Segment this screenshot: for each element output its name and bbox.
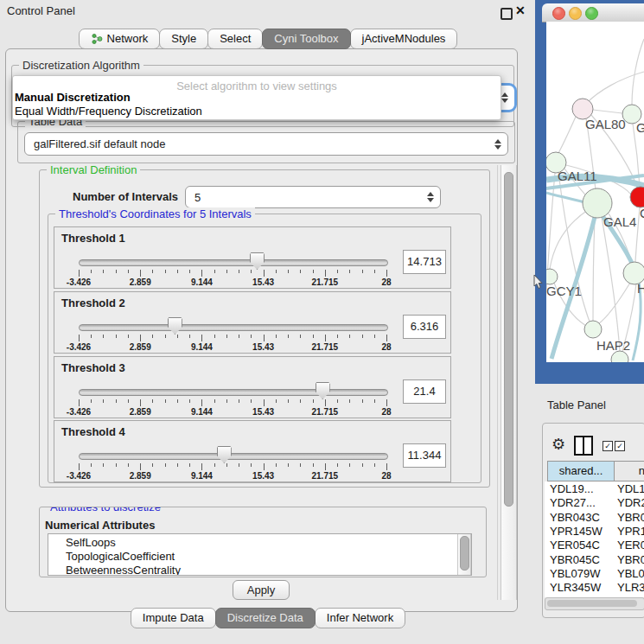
slider-track[interactable] [79, 324, 388, 331]
tick-label: 2.859 [130, 342, 151, 352]
gear-icon[interactable]: ⚙ [552, 435, 565, 454]
slider-tick [116, 463, 117, 467]
attribute-item[interactable]: BetweennessCentrality [48, 564, 471, 576]
panel-vertical-scrollbar[interactable] [501, 165, 517, 600]
network-edge [593, 218, 595, 321]
tick-label: -3.426 [67, 342, 91, 352]
slider-track[interactable] [79, 453, 388, 460]
slider-tick [239, 335, 239, 338]
zoom-traffic-light[interactable] [585, 7, 598, 20]
tab-discretize-data[interactable]: Discretize Data [215, 608, 316, 628]
tab-impute-data[interactable]: Impute Data [131, 608, 216, 628]
checkbox-icon[interactable]: ✓ [615, 441, 625, 451]
slider-tick [288, 270, 289, 273]
split-pane-icon[interactable] [574, 436, 593, 456]
float-window-icon[interactable] [501, 8, 513, 20]
threshold-panel: Threshold 3-3.4262.8599.14415.4321.71528… [54, 356, 451, 418]
slider-track[interactable] [79, 259, 388, 266]
slider-tick [165, 270, 166, 273]
apply-button[interactable]: Apply [233, 580, 290, 600]
table-row[interactable]: YER054CYER054C [545, 538, 644, 552]
slider-tick [140, 399, 141, 406]
close-traffic-light[interactable] [552, 7, 565, 20]
slider-thumb[interactable] [316, 382, 330, 399]
tab-jactivemnodules[interactable]: jActiveMNodules [350, 29, 458, 49]
slider-tick [79, 463, 80, 470]
network-edge [598, 283, 630, 324]
slider-tick [214, 463, 215, 467]
table-row[interactable]: YPR145WYPR145W [545, 524, 644, 539]
GCY1-node[interactable] [546, 269, 558, 284]
table-data-combobox[interactable]: galFiltered.sif default node [24, 132, 508, 156]
table-row[interactable]: YBR045CYBR045C [545, 552, 644, 567]
slider-tick [201, 335, 202, 341]
attributes-list: SelfLoopsTopologicalCoefficientBetweenne… [48, 534, 471, 576]
tab-network[interactable]: Network [79, 29, 161, 49]
slider-tick [300, 335, 301, 338]
column-header-name[interactable]: na [614, 461, 644, 481]
HAP2-node[interactable] [584, 321, 602, 338]
slider-thumb[interactable] [250, 252, 265, 270]
threshold-value-field[interactable]: 21.4 [403, 379, 446, 404]
close-icon[interactable]: ✕ [515, 3, 526, 17]
tab-select[interactable]: Select [207, 29, 263, 49]
network-graph: GAL80GACGAL11GAL4GCY1HHAP2 [546, 22, 644, 362]
cell-name: YER054C [617, 538, 644, 552]
network-edge [558, 117, 576, 153]
scrollbar-thumb[interactable] [547, 600, 637, 607]
slider-tick [313, 270, 314, 273]
node-label: GAL11 [558, 169, 597, 183]
slider-tick [177, 270, 178, 273]
threshold-label: Threshold 3 [61, 361, 125, 374]
slider-tick [226, 399, 227, 403]
table-row[interactable]: YDL19...YDL19... [545, 481, 644, 496]
tab-cyni-toolbox[interactable]: Cyni Toolbox [262, 29, 350, 49]
table-row[interactable]: YDR27...YDR27... [545, 495, 644, 510]
column-header-shared-name[interactable]: shared... [547, 461, 615, 481]
slider-thumb[interactable] [168, 317, 182, 335]
GAL4-node[interactable] [583, 188, 612, 218]
slider-tick [362, 335, 363, 338]
slider-tick [349, 335, 350, 338]
slider-tick [152, 399, 153, 403]
slider-tick [276, 270, 277, 273]
scrollbar-thumb[interactable] [504, 172, 513, 507]
slider-tick [116, 270, 117, 273]
algorithm-option-manual[interactable]: Manual Discretization [15, 91, 131, 104]
interval-definition-title: Interval Definition [47, 163, 140, 176]
attribute-item[interactable]: TopologicalCoefficient [48, 550, 471, 564]
tab-infer-network[interactable]: Infer Network [315, 608, 405, 628]
slider-tick [251, 463, 252, 467]
minimize-traffic-light[interactable] [569, 7, 582, 20]
slider-tick [300, 463, 301, 467]
tab-style[interactable]: Style [159, 29, 208, 49]
checkbox-icon[interactable]: ✓ [603, 441, 613, 451]
table-horizontal-scrollbar[interactable] [545, 597, 644, 610]
table-rows[interactable]: YDL19...YDL19...YDR27...YDR27...YBR043CY… [545, 481, 644, 597]
threshold-value-field[interactable]: 6.316 [403, 315, 446, 339]
slider-tick [349, 463, 350, 467]
number-of-intervals-combobox[interactable]: 5 [185, 186, 441, 208]
slider-tick [313, 335, 314, 338]
tick-label: 21.715 [312, 277, 339, 287]
list-scrollbar[interactable] [457, 534, 471, 575]
scrollbar-thumb[interactable] [460, 536, 469, 571]
slider-tick [189, 399, 190, 403]
red-node[interactable] [630, 187, 644, 207]
threshold-value-field[interactable]: 14.713 [403, 250, 446, 274]
slider-tick [152, 463, 153, 467]
table-row[interactable]: YLR345WYLR345W [545, 580, 644, 595]
threshold-value-field[interactable]: 11.344 [403, 443, 446, 468]
slider-track[interactable] [79, 389, 388, 396]
table-row[interactable]: YBL079WYBL079W [545, 566, 644, 581]
algorithm-option-equal-width[interactable]: Equal Width/Frequency Discretization [15, 105, 202, 118]
threshold-panel: Threshold 1-3.4262.8599.14415.4321.71528… [54, 226, 451, 289]
node-label: C [640, 206, 644, 220]
attribute-item[interactable]: SelfLoops [48, 536, 471, 550]
slider-thumb[interactable] [217, 446, 232, 463]
table-row[interactable]: YBR043CYBR043C [545, 510, 644, 525]
number-of-intervals-label: Number of Intervals [73, 190, 178, 203]
network-canvas[interactable]: GAL80GACGAL11GAL4GCY1HHAP2 [546, 22, 644, 362]
attributes-listbox[interactable]: SelfLoopsTopologicalCoefficientBetweenne… [48, 533, 472, 576]
network-window-titlebar[interactable] [542, 3, 644, 22]
